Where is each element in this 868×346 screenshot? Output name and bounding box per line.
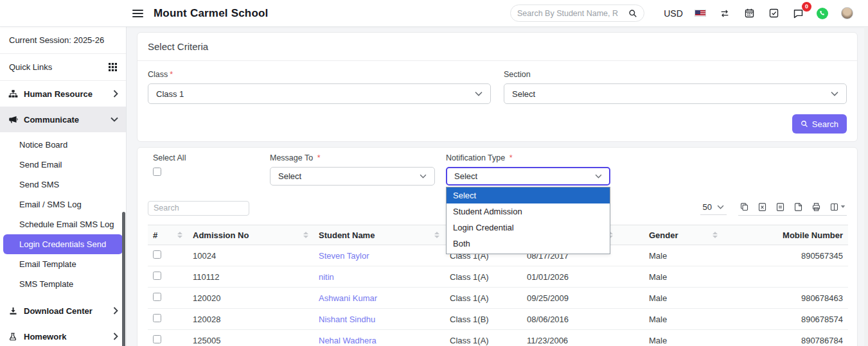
quick-links[interactable]: Quick Links bbox=[0, 54, 126, 80]
currency-selector[interactable]: USD bbox=[659, 8, 688, 19]
communicate-submenu: Notice BoardSend EmailSend SMSEmail / SM… bbox=[0, 132, 126, 298]
student-name-link[interactable]: Ashwani Kumar bbox=[319, 293, 377, 303]
sidebar-item-login-credentials-send[interactable]: Login Credentials Send bbox=[3, 234, 123, 254]
table-cell: 890567345 bbox=[723, 245, 848, 266]
app-window: Mount Carmel School USD bbox=[0, 0, 868, 346]
table-cell: Male bbox=[618, 266, 723, 288]
download-icon bbox=[8, 306, 18, 316]
section-select-value: Select bbox=[512, 89, 535, 99]
calendar-button[interactable] bbox=[737, 4, 761, 22]
column-header[interactable]: Gender bbox=[618, 225, 723, 245]
message-to-value: Select bbox=[278, 171, 301, 181]
table-cell bbox=[723, 266, 848, 288]
task-button[interactable] bbox=[761, 4, 786, 22]
top-header: Mount Carmel School USD bbox=[0, 0, 868, 27]
profile-button[interactable] bbox=[835, 4, 859, 22]
dropdown-option[interactable]: Select bbox=[447, 187, 610, 203]
student-name-link[interactable]: nitin bbox=[319, 272, 334, 282]
switch-branch-button[interactable] bbox=[713, 4, 737, 22]
table-cell: 980678463 bbox=[723, 288, 848, 309]
class-field: Class* Class 1 bbox=[148, 70, 491, 104]
column-header[interactable]: # bbox=[148, 225, 188, 245]
page-scrollbar[interactable] bbox=[864, 27, 868, 346]
student-name-link[interactable]: Nishant Sindhu bbox=[319, 315, 375, 324]
excel-icon[interactable] bbox=[757, 202, 767, 212]
dropdown-option[interactable]: Both bbox=[447, 236, 610, 252]
class-select[interactable]: Class 1 bbox=[148, 83, 491, 104]
sidebar-item-email-sms-log[interactable]: Email / SMS Log bbox=[0, 195, 126, 214]
avatar bbox=[841, 7, 853, 19]
message-to-field: Select bbox=[270, 167, 435, 186]
table-cell: Male bbox=[618, 288, 723, 309]
row-checkbox[interactable] bbox=[153, 250, 161, 259]
chevron-down-icon bbox=[831, 91, 838, 96]
search-icon bbox=[801, 120, 808, 128]
sidebar-item-send-sms[interactable]: Send SMS bbox=[0, 175, 126, 195]
sidebar-item-homework[interactable]: Homework bbox=[0, 324, 126, 346]
pdf-icon[interactable] bbox=[793, 202, 803, 212]
file-icon[interactable] bbox=[775, 202, 785, 212]
chevron-down-icon bbox=[111, 117, 118, 122]
sidebar-item-schedule-email-sms-log[interactable]: Schedule Email SMS Log bbox=[0, 214, 126, 234]
sidebar-item-notice-board[interactable]: Notice Board bbox=[0, 135, 126, 155]
swap-icon bbox=[719, 8, 731, 19]
whatsapp-button[interactable] bbox=[810, 4, 835, 22]
sort-icon[interactable] bbox=[177, 232, 182, 238]
column-header[interactable]: Student Name bbox=[314, 225, 445, 245]
notification-type-select[interactable]: Select bbox=[446, 167, 610, 186]
flask-icon bbox=[8, 331, 18, 342]
row-checkbox[interactable] bbox=[153, 293, 161, 301]
message-to-select[interactable]: Select bbox=[270, 167, 435, 186]
page-size-select[interactable]: 50 bbox=[700, 201, 727, 215]
sidebar-item-download-center[interactable]: Download Center bbox=[0, 298, 126, 324]
table-cell: 11/23/2006 bbox=[517, 330, 618, 346]
hamburger-icon[interactable] bbox=[132, 10, 143, 17]
copy-icon[interactable] bbox=[740, 202, 749, 212]
language-flag-button[interactable] bbox=[688, 4, 713, 22]
sidebar-item-human-resource[interactable]: Human Resource bbox=[0, 81, 126, 107]
dropdown-option[interactable]: Student Admission bbox=[447, 203, 610, 220]
sidebar-item-communicate[interactable]: Communicate bbox=[0, 107, 126, 132]
table-cell: 10024 bbox=[188, 245, 314, 266]
search-button-label: Search bbox=[812, 119, 838, 129]
section-select[interactable]: Select bbox=[504, 83, 847, 104]
table-cell: 01/01/2026 bbox=[517, 266, 618, 288]
chevron-right-icon bbox=[113, 333, 118, 340]
table-search-input[interactable] bbox=[148, 201, 249, 216]
sort-icon[interactable] bbox=[303, 232, 308, 238]
global-search[interactable] bbox=[510, 4, 644, 22]
student-name-link[interactable]: Steven Taylor bbox=[319, 251, 369, 261]
row-checkbox[interactable] bbox=[153, 335, 161, 343]
table-cell: Steven Taylor bbox=[314, 245, 445, 266]
select-criteria-card: Select Criteria Class* Class 1 Section bbox=[137, 32, 858, 142]
table-cell: nitin bbox=[314, 266, 445, 288]
table-cell: 890678574 bbox=[723, 309, 848, 330]
select-all-checkbox[interactable] bbox=[153, 168, 161, 176]
notification-type-field: Select SelectStudent AdmissionLogin Cred… bbox=[446, 167, 610, 186]
search-icon[interactable] bbox=[628, 9, 637, 18]
table-cell: Nehal Wadhera bbox=[314, 330, 445, 346]
student-name-link[interactable]: Nehal Wadhera bbox=[319, 336, 376, 345]
sidebar-item-sms-template[interactable]: SMS Template bbox=[0, 274, 126, 294]
row-checkbox[interactable] bbox=[153, 314, 161, 322]
sidebar-scrollbar[interactable] bbox=[122, 212, 125, 346]
print-icon[interactable] bbox=[811, 202, 821, 212]
sidebar-item-label: Communicate bbox=[24, 115, 105, 125]
sidebar-item-email-template[interactable]: Email Template bbox=[0, 254, 126, 274]
row-checkbox[interactable] bbox=[153, 272, 161, 280]
sidebar-item-label: Homework bbox=[24, 332, 107, 342]
required-mark: * bbox=[509, 153, 513, 162]
search-button[interactable]: Search bbox=[792, 114, 847, 134]
sidebar-item-send-email[interactable]: Send Email bbox=[0, 155, 126, 175]
sort-icon[interactable] bbox=[713, 232, 718, 238]
column-header[interactable]: Admission No bbox=[188, 225, 314, 245]
table-cell: 110112 bbox=[188, 266, 314, 288]
select-all-label: Select All bbox=[153, 153, 186, 162]
columns-icon[interactable] bbox=[829, 202, 846, 212]
notifications-button[interactable]: 0 bbox=[786, 4, 810, 22]
dropdown-option[interactable]: Login Credential bbox=[447, 220, 610, 236]
main-content: Select Criteria Class* Class 1 Section bbox=[127, 27, 868, 346]
megaphone-icon bbox=[8, 114, 18, 125]
global-search-input[interactable] bbox=[517, 9, 628, 18]
sort-icon[interactable] bbox=[434, 232, 439, 238]
